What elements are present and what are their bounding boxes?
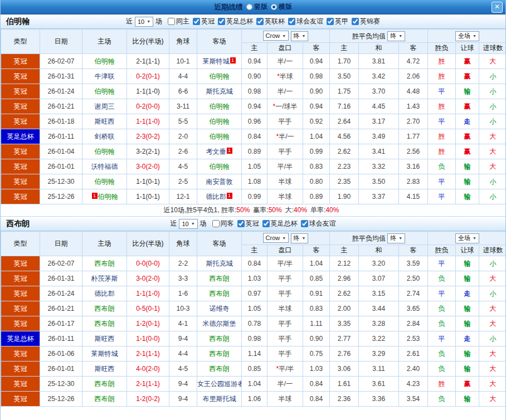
team-link[interactable]: 女王公园巡游者: [197, 380, 242, 388]
team-link[interactable]: 伯明翰: [210, 102, 230, 110]
competition-cell: 英冠: [1, 114, 40, 129]
score-cell: 3-0(2-0): [127, 159, 169, 174]
checkbox-label: 英足总杯: [226, 17, 253, 26]
checkbox-input[interactable]: [301, 220, 308, 227]
odds-final-select[interactable]: 终▼: [291, 31, 309, 41]
team-link[interactable]: 西布朗: [95, 305, 115, 312]
team-link[interactable]: 朴茨茅斯: [91, 275, 118, 282]
team-link[interactable]: 伯明翰: [98, 193, 118, 201]
team-link[interactable]: 考文垂: [206, 148, 226, 155]
filter-checkbox[interactable]: 英甲: [327, 17, 348, 26]
team-link[interactable]: 西布朗: [95, 260, 115, 267]
avg-away-cell: 2.83: [399, 174, 428, 189]
avg-final-select[interactable]: 终▼: [387, 31, 405, 41]
result-group-header: 全场▼: [428, 232, 506, 245]
filter-bar: 近 10 ▼ 场 同客英冠英足总杯球会友谊: [1, 217, 505, 231]
close-icon[interactable]: ✕: [492, 2, 503, 13]
filter-checkbox[interactable]: 同主: [168, 17, 189, 26]
filter-checkbox[interactable]: 球会友谊: [288, 17, 323, 26]
away-team-cell: 斯托克城: [197, 84, 242, 99]
team-link[interactable]: 西布朗: [210, 290, 230, 297]
checkbox-input[interactable]: [327, 18, 334, 25]
team-link[interactable]: 剑桥联: [95, 133, 115, 140]
checkbox-input[interactable]: [168, 18, 175, 25]
team-link[interactable]: 莱斯特城: [91, 350, 118, 358]
checkbox-input[interactable]: [218, 18, 225, 25]
filter-checkbox[interactable]: 球会友谊: [301, 219, 336, 228]
team-link[interactable]: 布里斯托城: [203, 395, 236, 403]
away-team-cell: 西布朗: [197, 286, 242, 301]
team-link[interactable]: 西布朗: [210, 350, 230, 358]
home-team-cell: 沃特福德: [82, 159, 127, 174]
layout-radio-vertical[interactable]: 竖版: [246, 2, 267, 12]
team-link[interactable]: 西布朗: [95, 320, 115, 328]
checkbox-input[interactable]: [212, 220, 220, 227]
odds-source-select[interactable]: Crow▼: [263, 233, 289, 243]
odds-source-select[interactable]: Crow▼: [263, 31, 289, 41]
filter-checkbox[interactable]: 英联杯: [256, 17, 285, 26]
odds-final-select[interactable]: 终▼: [291, 233, 309, 243]
team-link[interactable]: 伯明翰: [210, 133, 230, 140]
competition-cell: 英冠: [1, 346, 40, 362]
team-link[interactable]: 斯旺西: [95, 365, 115, 373]
fullmatch-select[interactable]: 全场▼: [455, 31, 479, 41]
checkbox-input[interactable]: [193, 18, 200, 25]
filter-checkbox[interactable]: 英足总杯: [262, 219, 298, 228]
team-link[interactable]: 西布朗: [210, 335, 230, 343]
checkbox-input[interactable]: [256, 18, 264, 25]
recent-count-select[interactable]: 10 ▼: [135, 17, 153, 27]
handicap-cell: 平手: [267, 114, 303, 129]
avg-home-cell: 2.76: [330, 346, 359, 362]
home-team-cell: 牛津联: [82, 69, 127, 84]
checkbox-label: 英联杯: [265, 17, 285, 26]
goals-cell: 小: [479, 69, 506, 84]
team-link[interactable]: 南安普敦: [206, 178, 233, 185]
team-link[interactable]: 牛津联: [95, 72, 115, 80]
team-link[interactable]: 德比郡: [206, 193, 226, 201]
team-link[interactable]: 伯明翰: [95, 87, 115, 95]
team-link[interactable]: 米德尔斯堡: [203, 320, 236, 328]
fullmatch-select[interactable]: 全场▼: [455, 233, 479, 243]
recent-count-select[interactable]: 10 ▼: [179, 219, 197, 229]
layout-radio-horizontal[interactable]: 横版: [271, 2, 292, 12]
team-link[interactable]: 伯明翰: [95, 148, 115, 155]
team-link[interactable]: 斯托克城: [206, 87, 233, 95]
team-link[interactable]: 伯明翰: [95, 178, 115, 185]
checkbox-input[interactable]: [352, 18, 359, 25]
subcol-avg-draw: 和: [359, 245, 399, 256]
team-link[interactable]: 斯托克城: [206, 260, 233, 267]
team-link[interactable]: 伯明翰: [210, 163, 230, 170]
team-link[interactable]: 斯旺西: [95, 335, 115, 343]
team-link[interactable]: 伯明翰: [210, 72, 230, 80]
checkbox-input[interactable]: [288, 18, 295, 25]
team-link[interactable]: 西布朗: [95, 380, 115, 388]
date-cell: 26-02-07: [40, 54, 82, 69]
team-link[interactable]: 伯明翰: [95, 57, 115, 65]
goals-cell: 大: [479, 362, 506, 377]
team-link[interactable]: 莱斯特城: [203, 57, 230, 65]
competition-cell: 英冠: [1, 84, 40, 99]
subcol-home-odds: 主: [242, 245, 267, 256]
team-link[interactable]: 沃特福德: [91, 163, 118, 170]
team-link[interactable]: 谢周三: [95, 102, 115, 110]
filter-checkbox[interactable]: 英足总杯: [218, 17, 253, 26]
match-row: 英冠26-01-01沃特福德3-0(2-0)4-5伯明翰1.05平/半0.832…: [1, 159, 506, 174]
filter-checkbox[interactable]: 英锦赛: [352, 17, 380, 26]
team-link[interactable]: 伯明翰: [210, 118, 230, 125]
odds-change-star: *: [276, 133, 279, 140]
team-link[interactable]: 德比郡: [95, 290, 115, 297]
checkbox-input[interactable]: [262, 220, 270, 227]
team-link[interactable]: 西布朗: [95, 395, 115, 403]
checkbox-input[interactable]: [237, 220, 245, 227]
competition-cell: 英冠: [1, 271, 40, 286]
avg-final-select[interactable]: 终▼: [387, 233, 405, 243]
handicap-result-cell: 走: [456, 331, 479, 346]
team-link[interactable]: 斯旺西: [95, 118, 115, 125]
team-link[interactable]: 诺维奇: [210, 305, 230, 312]
filter-checkbox[interactable]: 英冠: [193, 17, 215, 26]
result-cell: 平: [428, 286, 456, 301]
filter-checkbox[interactable]: 英冠: [237, 219, 259, 228]
team-link[interactable]: 西布朗: [210, 365, 230, 373]
team-link[interactable]: 西布朗: [210, 275, 230, 282]
filter-checkbox[interactable]: 同客: [212, 219, 234, 228]
